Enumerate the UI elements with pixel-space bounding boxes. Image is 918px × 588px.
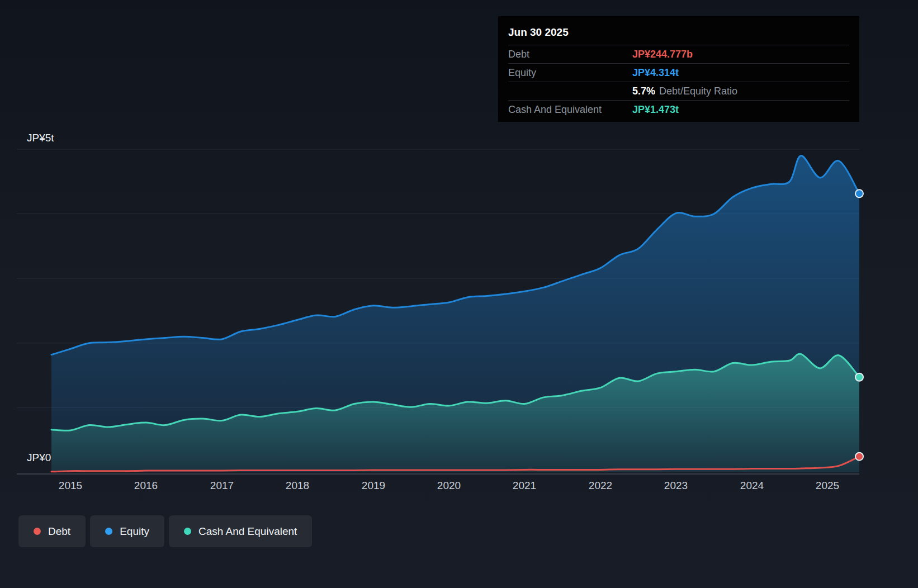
chart-tooltip: Jun 30 2025 Debt JP¥244.777b Equity JP¥4… <box>498 16 859 122</box>
legend-equity-label: Equity <box>120 525 149 538</box>
x-axis-tick-2025: 2025 <box>816 480 839 492</box>
tooltip-cash-value: JP¥1.473t <box>632 104 679 116</box>
x-axis-tick-2021: 2021 <box>513 480 536 492</box>
legend-item-debt[interactable]: Debt <box>18 515 86 547</box>
tooltip-cash-label: Cash And Equivalent <box>508 104 632 116</box>
legend-debt-label: Debt <box>48 525 70 538</box>
equity-series-dot-icon <box>105 528 112 535</box>
tooltip-equity-label: Equity <box>508 67 632 79</box>
tooltip-date: Jun 30 2025 <box>508 22 849 45</box>
tooltip-row-ratio: 5.7%Debt/Equity Ratio <box>508 82 849 100</box>
tooltip-ratio-label: Debt/Equity Ratio <box>659 86 737 97</box>
tooltip-debt-label: Debt <box>508 49 632 60</box>
y-axis-label-5t: JP¥5t <box>27 132 54 144</box>
legend-item-equity[interactable]: Equity <box>90 515 164 547</box>
x-axis-tick-2016: 2016 <box>134 480 158 492</box>
y-axis-label-0: JP¥0 <box>27 452 51 464</box>
tooltip-equity-value: JP¥4.314t <box>632 67 679 79</box>
x-axis-tick-2022: 2022 <box>589 480 612 492</box>
chart-legend: Debt Equity Cash And Equivalent <box>18 515 312 547</box>
debt-series-dot-icon <box>34 528 41 535</box>
tooltip-ratio: 5.7%Debt/Equity Ratio <box>632 86 737 97</box>
tooltip-row-debt: Debt JP¥244.777b <box>508 45 849 63</box>
x-axis-tick-2019: 2019 <box>362 480 385 492</box>
tooltip-debt-value: JP¥244.777b <box>632 49 693 60</box>
tooltip-ratio-value: 5.7% <box>632 86 655 97</box>
x-axis-tick-2015: 2015 <box>59 480 82 492</box>
tooltip-row-equity: Equity JP¥4.314t <box>508 63 849 82</box>
x-axis-tick-2023: 2023 <box>664 480 688 492</box>
tooltip-row-cash: Cash And Equivalent JP¥1.473t <box>508 100 849 118</box>
x-axis-tick-2017: 2017 <box>210 480 234 492</box>
legend-item-cash[interactable]: Cash And Equivalent <box>169 515 312 547</box>
x-axis-tick-2018: 2018 <box>286 480 309 492</box>
legend-cash-label: Cash And Equivalent <box>198 525 297 538</box>
x-axis-tick-2020: 2020 <box>437 480 461 492</box>
cash-series-dot-icon <box>184 528 191 535</box>
x-axis-tick-2024: 2024 <box>740 480 764 492</box>
